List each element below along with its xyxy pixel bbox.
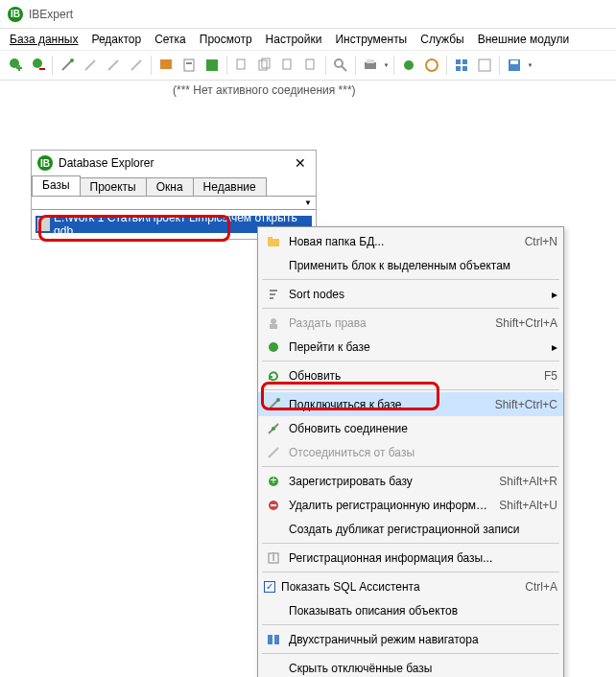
menu-view[interactable]: Просмотр — [194, 31, 258, 48]
context-menu: Новая папка БД...Ctrl+NПрименить блок к … — [257, 226, 564, 677]
svg-rect-30 — [270, 324, 277, 329]
dropdown-icon[interactable]: ▼ — [527, 62, 533, 68]
submenu-arrow-icon: ▸ — [552, 340, 557, 354]
menu-item-1[interactable]: Применить блок к выделенным объектам — [258, 253, 563, 277]
menu-shortcut: Shift+Alt+U — [499, 499, 557, 512]
svg-rect-13 — [283, 59, 291, 69]
tool-16-icon[interactable] — [421, 55, 442, 76]
svg-point-31 — [269, 342, 278, 352]
tool-8-icon[interactable] — [178, 55, 200, 76]
blank-icon — [264, 520, 283, 539]
status-text: (*** Нет активного соединения ***) — [173, 83, 356, 97]
svg-rect-26 — [510, 60, 518, 64]
menu-separator — [262, 543, 559, 544]
menu-shortcut: Shift+Ctrl+C — [495, 398, 557, 411]
svg-point-32 — [276, 398, 280, 402]
menu-item-20[interactable]: ✓Показать SQL АссистентаCtrl+A — [258, 574, 563, 598]
svg-rect-27 — [268, 239, 279, 246]
svg-point-3 — [33, 58, 42, 68]
connect-icon — [264, 395, 283, 414]
tab-databases[interactable]: Базы — [32, 175, 81, 196]
tool-3-icon[interactable] — [57, 55, 78, 76]
tab-windows[interactable]: Окна — [146, 177, 194, 196]
menu-item-18[interactable]: iРегистрационная информация базы... — [258, 546, 563, 570]
menu-item-label: Новая папка БД... — [289, 235, 515, 248]
separator — [446, 56, 447, 75]
svg-rect-21 — [462, 59, 467, 64]
refresh-icon — [264, 366, 283, 385]
menu-item-10[interactable]: Подключиться к базеShift+Ctrl+C — [258, 392, 563, 416]
menu-item-label: Обновить соединение — [289, 422, 557, 435]
menu-item-14[interactable]: +Зарегистрировать базуShift+Alt+R — [258, 469, 563, 493]
dropdown-icon[interactable]: ▼ — [383, 62, 390, 68]
menu-item-11[interactable]: Обновить соединение — [258, 416, 563, 440]
print-icon[interactable] — [360, 55, 381, 76]
close-icon[interactable]: ✕ — [291, 153, 310, 173]
explorer-titlebar: IB Database Explorer ✕ — [32, 151, 316, 175]
menu-settings[interactable]: Настройки — [260, 31, 328, 48]
menu-item-label: Удалить регистрационную информацию — [289, 499, 489, 512]
separator — [355, 56, 356, 75]
db-plus-icon[interactable] — [4, 55, 25, 76]
tool-5-icon[interactable] — [103, 55, 124, 76]
dropdown-icon[interactable]: ▼ — [300, 197, 316, 209]
menu-plugins[interactable]: Внешние модули — [472, 31, 575, 48]
tool-11-icon[interactable] — [254, 55, 275, 76]
menu-separator — [262, 624, 559, 625]
tool-4-icon[interactable] — [80, 55, 101, 76]
svg-rect-9 — [206, 59, 218, 71]
menu-item-3[interactable]: Sort nodes▸ — [258, 282, 563, 306]
tool-13-icon[interactable] — [300, 55, 321, 76]
menu-editor[interactable]: Редактор — [85, 31, 147, 48]
tool-10-icon[interactable] — [231, 55, 252, 76]
reconnect-icon — [264, 419, 283, 438]
tab-projects[interactable]: Проекты — [80, 177, 147, 196]
menu-grid[interactable]: Сетка — [149, 31, 192, 48]
grant-icon — [264, 314, 283, 333]
db-minus-icon[interactable] — [27, 55, 48, 76]
menu-item-label: Перейти к базе — [289, 340, 544, 354]
menu-item-label: Раздать права — [289, 316, 486, 330]
info-icon: i — [264, 549, 283, 568]
menu-shortcut: Ctrl+N — [525, 235, 557, 248]
titlebar: IB IBExpert — [0, 0, 616, 29]
disconnect-icon — [264, 443, 283, 462]
tool-15-icon[interactable] — [398, 55, 419, 76]
search-icon[interactable] — [330, 55, 351, 76]
explorer-title: Database Explorer — [59, 156, 154, 170]
explorer-tabs: Базы Проекты Окна Недавние — [32, 175, 316, 197]
menubar: База данных Редактор Сетка Просмотр Наст… — [0, 29, 616, 50]
menu-item-label: Обновить — [289, 369, 534, 383]
svg-point-19 — [426, 59, 438, 71]
tool-12-icon[interactable] — [277, 55, 298, 76]
menu-tools[interactable]: Инструменты — [329, 31, 413, 48]
menu-item-8[interactable]: ОбновитьF5 — [258, 363, 563, 387]
separator — [226, 56, 227, 75]
submenu-arrow-icon: ▸ — [552, 288, 557, 301]
svg-rect-2 — [18, 65, 20, 71]
blank-icon — [264, 601, 283, 620]
separator — [393, 56, 394, 75]
menu-item-16[interactable]: Создать дубликат регистрационной записи — [258, 517, 563, 541]
goto-icon — [264, 338, 283, 357]
tool-18-icon[interactable] — [474, 55, 495, 76]
tool-17-icon[interactable] — [451, 55, 472, 76]
save-icon[interactable] — [504, 55, 525, 76]
svg-rect-10 — [237, 59, 245, 69]
tool-6-icon[interactable] — [126, 55, 147, 76]
menu-database[interactable]: База данных — [4, 31, 83, 48]
tool-7-icon[interactable] — [155, 55, 177, 76]
svg-rect-37 — [271, 504, 276, 506]
menu-services[interactable]: Службы — [415, 31, 469, 48]
tab-recent[interactable]: Недавние — [193, 177, 267, 196]
tool-9-icon[interactable] — [201, 55, 223, 76]
menu-item-15[interactable]: Удалить регистрационную информациюShift+… — [258, 493, 563, 517]
separator — [52, 56, 53, 75]
menu-item-21[interactable]: Показывать описания объектов — [258, 598, 563, 622]
separator — [499, 56, 500, 75]
menu-item-0[interactable]: Новая папка БД...Ctrl+N — [258, 229, 563, 253]
status-bar: (*** Нет активного соединения ***) — [0, 81, 616, 100]
menu-item-23[interactable]: Двухстраничный режим навигатора — [258, 627, 563, 651]
menu-item-6[interactable]: Перейти к базе▸ — [258, 335, 563, 359]
menu-item-25[interactable]: Скрыть отключённые базы — [258, 656, 563, 677]
